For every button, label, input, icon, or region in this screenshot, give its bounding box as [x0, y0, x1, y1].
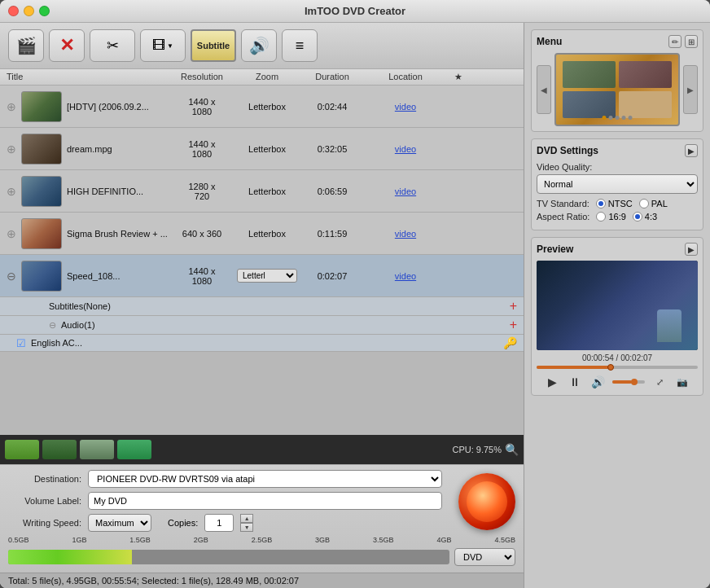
ratio-4-3-option[interactable]: 4:3: [633, 212, 657, 222]
table-row[interactable]: ⊕ dream.mpg 1440 x1080 Letterbox 0:32:05…: [0, 128, 524, 170]
copies-input[interactable]: [204, 514, 234, 532]
window-title: ImTOO DVD Creator: [305, 5, 405, 17]
menu-settings-button[interactable]: ≡: [282, 29, 318, 62]
volume-input[interactable]: [88, 492, 442, 510]
menu-section: Menu ✏ ⊞ ◀: [531, 29, 703, 132]
file-location[interactable]: video: [365, 186, 446, 196]
file-location[interactable]: video: [365, 229, 446, 239]
copies-stepper[interactable]: ▲ ▼: [240, 514, 253, 532]
add-video-button[interactable]: 🎬: [8, 29, 44, 62]
ratio-16-9-radio[interactable]: [596, 212, 606, 222]
dvd-select-row: DVD DVD-DL BD: [8, 546, 515, 568]
table-row[interactable]: ⊕ [HDTV] (2006.09.2... 1440 x1080 Letter…: [0, 86, 524, 128]
remove-button[interactable]: ✕: [49, 29, 85, 62]
table-row[interactable]: ⊖ Speed_108... 1440 x1080 Letterl Letter…: [0, 255, 524, 297]
destination-select[interactable]: PIONEER DVD-RW DVRTS09 via atapi: [88, 470, 442, 488]
audio-key-icon[interactable]: 🔑: [503, 336, 517, 349]
preview-expand[interactable]: ▶: [685, 243, 698, 256]
menu-title: Menu: [537, 36, 562, 47]
volume-slider[interactable]: [612, 380, 645, 384]
screenshot-button[interactable]: 📷: [674, 374, 690, 390]
expand-icon[interactable]: ⊕: [7, 143, 16, 156]
file-zoom: Letterbox: [234, 229, 300, 239]
timeline-segment-3[interactable]: [80, 440, 114, 459]
copies-down[interactable]: ▼: [240, 523, 253, 532]
col-location: Location: [365, 72, 446, 82]
audio-button[interactable]: 🔊: [241, 29, 277, 62]
zoom-select[interactable]: Letterl Letterbox Pan&Scan: [237, 269, 297, 283]
file-title-cell: ⊕ dream.mpg: [7, 134, 169, 165]
table-row[interactable]: ⊕ HIGH DEFINITIO... 1280 x720 Letterbox …: [0, 170, 524, 213]
dvd-settings-expand[interactable]: ▶: [685, 144, 698, 157]
ntsc-option[interactable]: NTSC: [596, 199, 633, 208]
subtitles-label: Subtitles(None): [49, 301, 111, 311]
add-subtitle-button[interactable]: +: [510, 299, 517, 314]
clip-button[interactable]: ✂: [90, 29, 135, 62]
expand-icon[interactable]: ⊖: [7, 270, 16, 283]
file-location[interactable]: video: [365, 102, 446, 112]
volume-thumb[interactable]: [631, 379, 638, 385]
copies-up[interactable]: ▲: [240, 514, 253, 523]
timeline-segment-2[interactable]: [42, 440, 77, 459]
menu-edit-button[interactable]: ✏: [668, 35, 682, 48]
subtitle-button[interactable]: Subtitle: [191, 29, 236, 62]
minimize-button[interactable]: [24, 6, 34, 16]
progress-label-4: 2.5GB: [252, 536, 273, 544]
add-audio-button[interactable]: +: [510, 318, 517, 332]
video-quality-select[interactable]: Normal High Low Custom: [537, 174, 698, 194]
expand-audio-icon[interactable]: ⊖: [49, 320, 56, 331]
menu-mini-thumb-1: [563, 61, 616, 88]
ratio-4-3-radio[interactable]: [633, 212, 642, 222]
play-button[interactable]: ▶: [544, 374, 560, 390]
effects-button[interactable]: 🎞 ▼: [140, 29, 186, 62]
aspect-ratio-label: Aspect Ratio:: [537, 212, 589, 222]
audio-checkbox[interactable]: ☑: [16, 337, 26, 349]
cpu-icon: 🔍: [505, 443, 519, 456]
volume-fill: [612, 380, 632, 384]
ntsc-radio[interactable]: [596, 199, 606, 208]
preview-progress-bar[interactable]: [537, 366, 698, 369]
menu-next-arrow[interactable]: ▶: [683, 65, 698, 114]
file-duration: 0:02:07: [300, 271, 365, 281]
preview-progress-thumb[interactable]: [607, 364, 614, 371]
destination-label: Destination:: [8, 474, 81, 484]
remove-icon: ✕: [59, 35, 74, 56]
file-name: [HDTV] (2006.09.2...: [67, 102, 149, 112]
progress-label-7: 4GB: [436, 536, 451, 544]
close-button[interactable]: [8, 6, 19, 16]
timeline-segment-4[interactable]: [117, 440, 151, 459]
menu-dot-4: [622, 116, 626, 120]
menu-grid-button[interactable]: ⊞: [685, 35, 698, 48]
menu-dot-1: [603, 116, 607, 120]
burn-button[interactable]: [458, 473, 515, 530]
ratio-16-9-option[interactable]: 16:9: [596, 212, 625, 222]
file-zoom: Letterbox: [234, 102, 300, 112]
preview-controls: ▶ ⏸ 🔊 ⤢ 📷: [537, 374, 698, 390]
expand-icon[interactable]: ⊕: [7, 100, 16, 113]
file-name: HIGH DEFINITIO...: [67, 186, 143, 196]
pause-button[interactable]: ⏸: [567, 374, 583, 390]
left-panel: 🎬 ✕ ✂ 🎞 ▼ Subtitle 🔊: [0, 23, 524, 588]
maximize-button[interactable]: [39, 6, 50, 16]
file-location[interactable]: video: [365, 271, 446, 281]
table-row[interactable]: ⊕ Sigma Brush Review + ... 640 x 360 Let…: [0, 213, 524, 255]
file-zoom: Letterbox: [234, 144, 300, 154]
fullscreen-button[interactable]: ⤢: [651, 374, 668, 390]
pal-radio[interactable]: [639, 199, 649, 208]
volume-button[interactable]: 🔊: [589, 374, 606, 390]
status-text: Total: 5 file(s), 4.95GB, 00:55:54; Sele…: [8, 576, 299, 586]
file-resolution: 1280 x720: [169, 182, 234, 201]
file-zoom-select[interactable]: Letterl Letterbox Pan&Scan: [234, 269, 300, 283]
menu-dot-3: [616, 116, 620, 120]
expand-icon[interactable]: ⊕: [7, 185, 16, 198]
file-location[interactable]: video: [365, 144, 446, 154]
video-quality-label: Video Quality:: [537, 162, 698, 172]
menu-mini-thumb-2: [619, 61, 672, 88]
timeline-segment-1[interactable]: [5, 440, 39, 459]
pal-option[interactable]: PAL: [639, 199, 668, 208]
dvd-type-select[interactable]: DVD DVD-DL BD: [454, 548, 515, 566]
menu-prev-arrow[interactable]: ◀: [537, 65, 551, 114]
writing-speed-select[interactable]: Maximum 4x 8x: [88, 514, 151, 532]
preview-wave: [537, 261, 698, 350]
expand-icon[interactable]: ⊕: [7, 227, 16, 240]
